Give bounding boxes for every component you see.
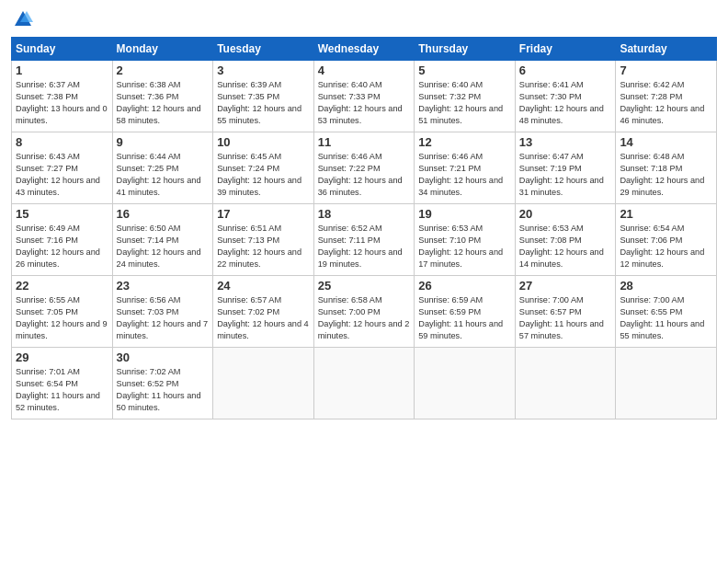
calendar-day-cell: 20Sunrise: 6:53 AMSunset: 7:08 PMDayligh… (515, 204, 616, 276)
day-info: Sunrise: 6:47 AMSunset: 7:19 PMDaylight:… (519, 151, 612, 199)
calendar-week-row: 29Sunrise: 7:01 AMSunset: 6:54 PMDayligh… (12, 348, 717, 419)
header (11, 9, 717, 29)
calendar-day-cell: 22Sunrise: 6:55 AMSunset: 7:05 PMDayligh… (12, 276, 113, 348)
calendar-day-cell: 23Sunrise: 6:56 AMSunset: 7:03 PMDayligh… (112, 276, 213, 348)
day-number: 13 (519, 135, 612, 149)
day-info: Sunrise: 7:02 AMSunset: 6:52 PMDaylight:… (117, 366, 210, 414)
calendar-day-cell: 7Sunrise: 6:42 AMSunset: 7:28 PMDaylight… (616, 61, 717, 132)
calendar-day-cell (313, 348, 415, 419)
day-number: 17 (217, 207, 310, 221)
day-number: 5 (418, 63, 511, 77)
day-info: Sunrise: 6:46 AMSunset: 7:21 PMDaylight:… (418, 151, 511, 199)
calendar-day-cell: 19Sunrise: 6:53 AMSunset: 7:10 PMDayligh… (415, 204, 516, 276)
calendar-day-cell: 1Sunrise: 6:37 AMSunset: 7:38 PMDaylight… (12, 61, 113, 132)
day-number: 24 (217, 279, 310, 293)
day-info: Sunrise: 6:40 AMSunset: 7:32 PMDaylight:… (418, 79, 511, 127)
calendar-container: SundayMondayTuesdayWednesdayThursdayFrid… (0, 0, 728, 429)
day-number: 8 (16, 135, 108, 149)
calendar-day-cell (515, 348, 616, 419)
day-number: 4 (318, 63, 411, 77)
calendar-week-row: 22Sunrise: 6:55 AMSunset: 7:05 PMDayligh… (12, 276, 717, 348)
logo-icon (13, 9, 33, 29)
day-info: Sunrise: 7:00 AMSunset: 6:57 PMDaylight:… (519, 294, 612, 342)
day-number: 25 (318, 279, 411, 293)
calendar-day-cell: 13Sunrise: 6:47 AMSunset: 7:19 PMDayligh… (515, 132, 616, 204)
calendar-day-cell: 18Sunrise: 6:52 AMSunset: 7:11 PMDayligh… (313, 204, 415, 276)
calendar-day-cell: 10Sunrise: 6:45 AMSunset: 7:24 PMDayligh… (213, 132, 314, 204)
day-number: 18 (318, 207, 411, 221)
day-number: 6 (519, 63, 612, 77)
day-info: Sunrise: 6:50 AMSunset: 7:14 PMDaylight:… (117, 223, 210, 270)
day-number: 12 (418, 135, 511, 149)
calendar-body: 1Sunrise: 6:37 AMSunset: 7:38 PMDaylight… (12, 61, 717, 419)
calendar-day-cell: 28Sunrise: 7:00 AMSunset: 6:55 PMDayligh… (616, 276, 717, 348)
day-info: Sunrise: 6:59 AMSunset: 6:59 PMDaylight:… (418, 294, 511, 342)
day-info: Sunrise: 6:40 AMSunset: 7:33 PMDaylight:… (318, 79, 411, 127)
day-number: 16 (117, 207, 210, 221)
day-info: Sunrise: 6:44 AMSunset: 7:25 PMDaylight:… (117, 151, 210, 199)
day-header: Tuesday (213, 38, 314, 61)
day-number: 20 (519, 207, 612, 221)
logo (11, 9, 33, 29)
day-number: 19 (418, 207, 511, 221)
day-number: 3 (217, 63, 310, 77)
day-info: Sunrise: 6:41 AMSunset: 7:30 PMDaylight:… (519, 79, 612, 127)
day-info: Sunrise: 6:45 AMSunset: 7:24 PMDaylight:… (217, 151, 310, 199)
calendar-day-cell: 8Sunrise: 6:43 AMSunset: 7:27 PMDaylight… (12, 132, 113, 204)
calendar-day-cell: 5Sunrise: 6:40 AMSunset: 7:32 PMDaylight… (415, 61, 516, 132)
day-info: Sunrise: 6:43 AMSunset: 7:27 PMDaylight:… (16, 151, 108, 199)
calendar-day-cell: 3Sunrise: 6:39 AMSunset: 7:35 PMDaylight… (213, 61, 314, 132)
day-number: 9 (117, 135, 210, 149)
day-info: Sunrise: 6:49 AMSunset: 7:16 PMDaylight:… (16, 223, 108, 270)
day-header: Saturday (616, 38, 717, 61)
day-info: Sunrise: 6:54 AMSunset: 7:06 PMDaylight:… (620, 223, 712, 270)
day-number: 14 (620, 135, 712, 149)
calendar-day-cell: 25Sunrise: 6:58 AMSunset: 7:00 PMDayligh… (313, 276, 415, 348)
calendar-day-cell: 24Sunrise: 6:57 AMSunset: 7:02 PMDayligh… (213, 276, 314, 348)
day-info: Sunrise: 6:46 AMSunset: 7:22 PMDaylight:… (318, 151, 411, 199)
day-number: 15 (16, 207, 108, 221)
day-info: Sunrise: 7:01 AMSunset: 6:54 PMDaylight:… (16, 366, 108, 414)
day-info: Sunrise: 6:57 AMSunset: 7:02 PMDaylight:… (217, 294, 310, 342)
day-info: Sunrise: 6:55 AMSunset: 7:05 PMDaylight:… (16, 294, 108, 342)
day-info: Sunrise: 6:48 AMSunset: 7:18 PMDaylight:… (620, 151, 712, 199)
day-number: 11 (318, 135, 411, 149)
day-info: Sunrise: 6:58 AMSunset: 7:00 PMDaylight:… (318, 294, 411, 342)
day-number: 1 (16, 63, 108, 77)
calendar-week-row: 15Sunrise: 6:49 AMSunset: 7:16 PMDayligh… (12, 204, 717, 276)
day-info: Sunrise: 6:51 AMSunset: 7:13 PMDaylight:… (217, 223, 310, 270)
day-number: 28 (620, 279, 712, 293)
day-info: Sunrise: 6:38 AMSunset: 7:36 PMDaylight:… (117, 79, 210, 127)
calendar-day-cell: 15Sunrise: 6:49 AMSunset: 7:16 PMDayligh… (12, 204, 113, 276)
calendar-day-cell: 16Sunrise: 6:50 AMSunset: 7:14 PMDayligh… (112, 204, 213, 276)
calendar-day-cell: 2Sunrise: 6:38 AMSunset: 7:36 PMDaylight… (112, 61, 213, 132)
day-number: 10 (217, 135, 310, 149)
day-info: Sunrise: 6:53 AMSunset: 7:08 PMDaylight:… (519, 223, 612, 270)
calendar-day-cell: 26Sunrise: 6:59 AMSunset: 6:59 PMDayligh… (415, 276, 516, 348)
day-info: Sunrise: 6:53 AMSunset: 7:10 PMDaylight:… (418, 223, 511, 270)
calendar-day-cell: 12Sunrise: 6:46 AMSunset: 7:21 PMDayligh… (415, 132, 516, 204)
day-header: Monday (112, 38, 213, 61)
day-header: Sunday (12, 38, 113, 61)
day-header: Friday (515, 38, 616, 61)
calendar-day-cell: 27Sunrise: 7:00 AMSunset: 6:57 PMDayligh… (515, 276, 616, 348)
day-header: Wednesday (313, 38, 415, 61)
day-info: Sunrise: 6:37 AMSunset: 7:38 PMDaylight:… (16, 79, 108, 127)
day-info: Sunrise: 6:52 AMSunset: 7:11 PMDaylight:… (318, 223, 411, 270)
calendar-day-cell: 4Sunrise: 6:40 AMSunset: 7:33 PMDaylight… (313, 61, 415, 132)
calendar-day-cell (213, 348, 314, 419)
day-number: 7 (620, 63, 712, 77)
day-number: 30 (117, 350, 210, 364)
calendar-day-cell: 17Sunrise: 6:51 AMSunset: 7:13 PMDayligh… (213, 204, 314, 276)
day-number: 21 (620, 207, 712, 221)
day-header: Thursday (415, 38, 516, 61)
calendar-day-cell (616, 348, 717, 419)
calendar-week-row: 1Sunrise: 6:37 AMSunset: 7:38 PMDaylight… (12, 61, 717, 132)
calendar-day-cell: 21Sunrise: 6:54 AMSunset: 7:06 PMDayligh… (616, 204, 717, 276)
day-number: 27 (519, 279, 612, 293)
day-number: 23 (117, 279, 210, 293)
calendar-day-cell: 6Sunrise: 6:41 AMSunset: 7:30 PMDaylight… (515, 61, 616, 132)
day-number: 22 (16, 279, 108, 293)
calendar-day-cell: 30Sunrise: 7:02 AMSunset: 6:52 PMDayligh… (112, 348, 213, 419)
day-number: 26 (418, 279, 511, 293)
